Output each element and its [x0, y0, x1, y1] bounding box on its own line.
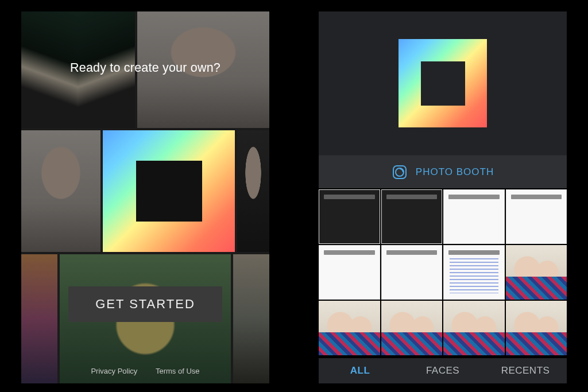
- photo-thumb[interactable]: [381, 189, 443, 244]
- onboarding-headline: Ready to create your own?: [21, 61, 269, 75]
- photo-booth-label: PHOTO BOOTH: [416, 166, 494, 178]
- photo-thumb[interactable]: [506, 245, 567, 300]
- tab-faces[interactable]: FACES: [401, 358, 484, 383]
- terms-of-use-link[interactable]: Terms of Use: [156, 367, 200, 375]
- photo-thumb[interactable]: [319, 189, 380, 244]
- onboarding-screen: Ready to create your own? GET STARTED Pr…: [21, 11, 269, 383]
- photo-thumb[interactable]: [381, 301, 443, 355]
- photo-thumb[interactable]: [506, 189, 567, 244]
- onboarding-collage: Ready to create your own? GET STARTED Pr…: [21, 11, 269, 383]
- photo-thumb[interactable]: [319, 245, 380, 300]
- camera-icon: [392, 164, 408, 180]
- get-started-button[interactable]: GET STARTED: [68, 286, 222, 322]
- photo-thumb[interactable]: [319, 301, 380, 355]
- collage-tile: [21, 254, 57, 383]
- app-logo-icon: [399, 39, 487, 127]
- layout-preview: [319, 11, 567, 155]
- photo-grid: [319, 188, 567, 358]
- photo-booth-button[interactable]: PHOTO BOOTH: [319, 155, 567, 188]
- privacy-policy-link[interactable]: Privacy Policy: [91, 367, 137, 375]
- photo-thumb[interactable]: [443, 301, 505, 355]
- collage-tile: [233, 254, 269, 383]
- collage-tile: [21, 130, 100, 252]
- app-logo-icon: [103, 130, 235, 252]
- photo-thumb[interactable]: [443, 189, 505, 244]
- photo-thumb[interactable]: [506, 301, 567, 355]
- composite: Ready to create your own? GET STARTED Pr…: [0, 0, 588, 392]
- tab-recents[interactable]: RECENTS: [484, 358, 567, 383]
- photo-thumb[interactable]: [381, 245, 443, 300]
- legal-links: Privacy Policy Terms of Use: [21, 367, 269, 375]
- picker-screen: PHOTO BOOTH ALL FACES RECENTS: [319, 11, 567, 383]
- collage-tile: [237, 130, 269, 252]
- filter-tabbar: ALL FACES RECENTS: [319, 358, 567, 383]
- tab-all[interactable]: ALL: [319, 358, 401, 383]
- photo-thumb[interactable]: [443, 245, 505, 300]
